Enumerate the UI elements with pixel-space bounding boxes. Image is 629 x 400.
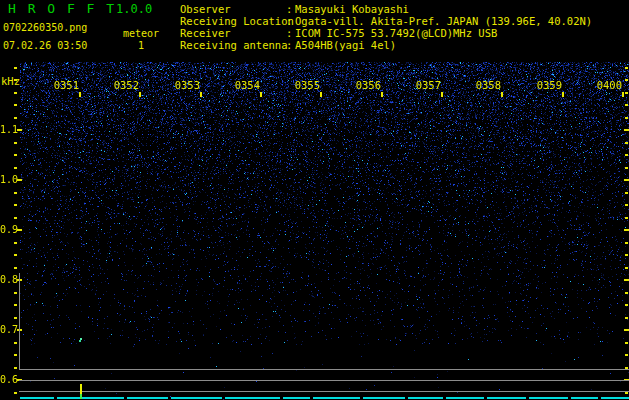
- freq-minor-tick-right: [625, 117, 628, 119]
- freq-major-tick-right: [624, 279, 629, 281]
- signal-baseline-segment: [571, 397, 598, 399]
- freq-minor-tick-right: [625, 154, 628, 156]
- spectrogram-noise-canvas: [20, 62, 629, 400]
- signal-baseline-segment: [446, 397, 484, 399]
- time-tick: [320, 92, 322, 97]
- time-tick-label: 0358: [455, 79, 501, 91]
- signal-baseline-segment: [171, 397, 222, 399]
- freq-minor-tick-right: [625, 242, 628, 244]
- signal-baseline-segment: [601, 397, 629, 399]
- info-colon: :: [286, 3, 295, 15]
- time-tick-label: 0354: [214, 79, 260, 91]
- info-value: Masayuki Kobayashi: [295, 3, 409, 15]
- time-tick-label: 0356: [335, 79, 381, 91]
- freq-minor-tick: [14, 354, 17, 356]
- freq-minor-tick-right: [625, 342, 628, 344]
- info-label: Receiving antenna: [180, 39, 286, 51]
- freq-minor-tick: [14, 79, 17, 81]
- info-value: Ogata-vill. Akita-Pref. JAPAN (139.96E, …: [295, 15, 592, 27]
- info-label: Receiving Location: [180, 15, 286, 27]
- meteor-count: 1: [138, 40, 144, 51]
- freq-minor-tick: [14, 117, 17, 119]
- freq-major-tick-right: [624, 329, 629, 331]
- freq-minor-tick-right: [625, 354, 628, 356]
- freq-minor-tick: [14, 292, 17, 294]
- signal-baseline-segment: [363, 397, 405, 399]
- info-row: Receiving Location: Ogata-vill. Akita-Pr…: [180, 15, 592, 27]
- freq-tick-label: 0.9: [0, 224, 17, 235]
- freq-minor-tick-right: [625, 392, 628, 394]
- signal-gridline: [19, 391, 629, 392]
- info-value: A504HB(yagi 4el): [295, 39, 396, 51]
- info-row: Observer: Masayuki Kobayashi: [180, 3, 409, 15]
- time-tick: [260, 92, 262, 97]
- time-tick-label: 0359: [516, 79, 562, 91]
- freq-minor-tick: [14, 254, 17, 256]
- info-colon: :: [286, 27, 295, 39]
- time-tick-label: 0357: [395, 79, 441, 91]
- freq-minor-tick: [14, 342, 17, 344]
- datetime-label: 07.02.26 03:50: [3, 40, 87, 51]
- info-label: Observer: [180, 3, 286, 15]
- freq-minor-tick-right: [625, 104, 628, 106]
- signal-baseline-segment: [408, 397, 443, 399]
- freq-minor-tick: [14, 204, 17, 206]
- freq-major-tick-right: [624, 229, 629, 231]
- time-tick-label: 0352: [93, 79, 139, 91]
- signal-baseline-segment: [57, 397, 124, 399]
- freq-minor-tick-right: [625, 217, 628, 219]
- info-label: Receiver: [180, 27, 286, 39]
- time-tick: [139, 92, 141, 97]
- freq-minor-tick-right: [625, 167, 628, 169]
- signal-gridline: [19, 380, 629, 381]
- freq-minor-tick: [14, 154, 17, 156]
- freq-minor-tick-right: [625, 79, 628, 81]
- freq-minor-tick-right: [625, 142, 628, 144]
- signal-baseline-segment: [529, 397, 568, 399]
- time-tick: [562, 92, 564, 97]
- time-tick-label: 0353: [154, 79, 200, 91]
- time-tick: [200, 92, 202, 97]
- freq-minor-tick: [14, 217, 17, 219]
- freq-minor-tick-right: [625, 254, 628, 256]
- freq-major-tick-right: [624, 179, 629, 181]
- freq-minor-tick: [14, 142, 17, 144]
- info-row: Receiver: ICOM IC-575 53.7492(@LCD)MHz U…: [180, 27, 497, 39]
- info-value: ICOM IC-575 53.7492(@LCD)MHz USB: [295, 27, 497, 39]
- freq-minor-tick: [14, 167, 17, 169]
- freq-minor-tick: [14, 192, 17, 194]
- signal-baseline-segment: [127, 397, 168, 399]
- freq-minor-tick: [14, 392, 17, 394]
- freq-tick-label: 1.1: [0, 124, 17, 135]
- signal-baseline-segment: [313, 397, 360, 399]
- time-tick-label: 0400: [576, 79, 622, 91]
- time-tick: [79, 92, 81, 97]
- mode-label: meteor: [123, 28, 159, 39]
- output-filename: 0702260350.png: [3, 22, 87, 33]
- info-row: Receiving antenna: A504HB(yagi 4el): [180, 39, 396, 51]
- freq-minor-tick-right: [625, 92, 628, 94]
- time-tick-label: 0355: [274, 79, 320, 91]
- meteor-signal-spike: [80, 384, 82, 394]
- freq-minor-tick: [14, 267, 17, 269]
- info-colon: :: [286, 15, 295, 27]
- freq-unit-label: kHz: [1, 75, 20, 87]
- signal-gridline: [19, 369, 629, 370]
- freq-major-tick-right: [624, 129, 629, 131]
- signal-baseline-segment: [487, 397, 526, 399]
- time-tick: [622, 92, 624, 97]
- freq-minor-tick: [14, 67, 17, 69]
- signal-baseline-segment: [225, 397, 280, 399]
- info-colon: :: [286, 39, 295, 51]
- freq-tick-label: 0.8: [0, 274, 17, 285]
- app-title: H R O F F T: [8, 2, 116, 15]
- freq-minor-tick-right: [625, 267, 628, 269]
- freq-minor-tick-right: [625, 67, 628, 69]
- freq-minor-tick: [14, 304, 17, 306]
- meteor-echo-mark: [79, 340, 81, 342]
- freq-minor-tick-right: [625, 304, 628, 306]
- freq-minor-tick: [14, 104, 17, 106]
- freq-minor-tick-right: [625, 192, 628, 194]
- freq-tick-label: 0.7: [0, 324, 17, 335]
- freq-minor-tick: [14, 367, 17, 369]
